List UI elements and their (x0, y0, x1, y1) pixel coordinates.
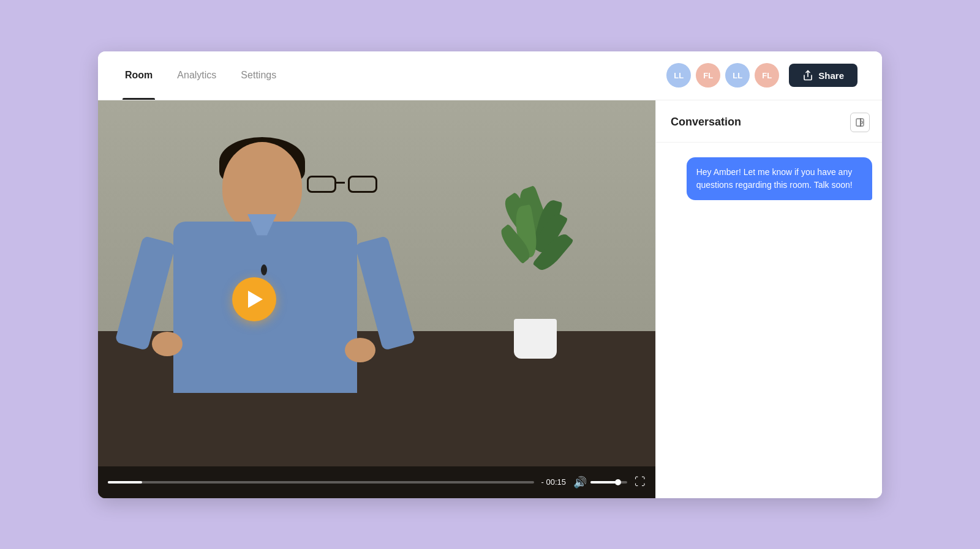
glasses-right (348, 176, 377, 193)
progress-track[interactable] (108, 481, 534, 484)
plant-leaves (505, 187, 566, 322)
avatar-fl1[interactable]: FL (696, 63, 720, 88)
tab-room[interactable]: Room (123, 51, 155, 100)
volume-track[interactable] (590, 481, 627, 484)
nav-tabs: Room Analytics Settings (123, 51, 279, 100)
plant-pot (514, 319, 557, 359)
collapse-panel-button[interactable] (850, 113, 870, 132)
conversation-header: Conversation (656, 100, 882, 143)
main-content: - 00:15 🔊 ⛶ Conversation (98, 100, 882, 498)
avatar-ll2[interactable]: LL (725, 63, 750, 88)
tab-settings[interactable]: Settings (238, 51, 279, 100)
share-icon (802, 70, 813, 81)
play-button[interactable] (232, 277, 276, 321)
video-controls: - 00:15 🔊 ⛶ (98, 466, 655, 498)
message-bubble: Hey Amber! Let me know if you have any q… (687, 157, 872, 200)
volume-control[interactable]: 🔊 (573, 476, 627, 489)
video-scene: - 00:15 🔊 ⛶ (98, 100, 655, 498)
glasses-bridge (336, 182, 345, 184)
time-label: - 00:15 (541, 477, 566, 487)
header-right: LL FL LL FL Share (666, 63, 858, 88)
person-hand-right (345, 338, 375, 362)
conversation-body: Hey Amber! Let me know if you have any q… (656, 143, 882, 498)
volume-handle[interactable] (615, 479, 621, 485)
person-mic (261, 264, 267, 275)
share-label: Share (818, 70, 844, 81)
person-silhouette (143, 142, 388, 387)
app-window: Room Analytics Settings LL FL LL FL Shar… (98, 51, 882, 498)
progress-fill (108, 481, 142, 484)
collapse-icon (855, 118, 865, 127)
conversation-title: Conversation (671, 116, 741, 129)
avatar-ll1[interactable]: LL (666, 63, 691, 88)
fullscreen-button[interactable]: ⛶ (635, 476, 646, 488)
glasses-left (307, 176, 336, 193)
person-hand-left (152, 332, 183, 356)
volume-fill (590, 481, 618, 484)
header: Room Analytics Settings LL FL LL FL Shar… (98, 51, 882, 100)
plant (499, 187, 572, 359)
play-icon (248, 291, 263, 308)
avatar-fl2[interactable]: FL (755, 63, 779, 88)
share-button[interactable]: Share (789, 64, 858, 87)
volume-icon: 🔊 (573, 476, 587, 489)
tab-analytics[interactable]: Analytics (175, 51, 219, 100)
video-panel: - 00:15 🔊 ⛶ (98, 100, 655, 498)
conversation-panel: Conversation Hey Amber! Let me know if y… (655, 100, 882, 498)
person-glasses (307, 176, 377, 194)
